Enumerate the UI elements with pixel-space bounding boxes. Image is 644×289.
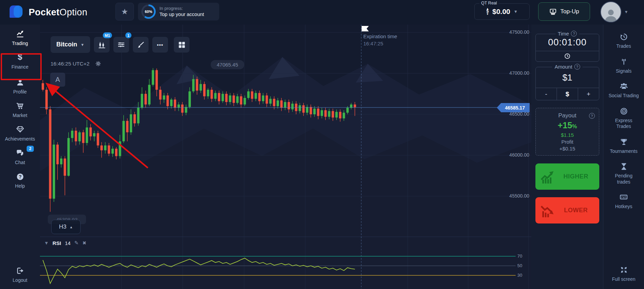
higher-label: HIGHER (557, 173, 594, 180)
amount-currency-button[interactable]: $ (557, 88, 578, 100)
amount-label: Amount (555, 64, 572, 70)
price-chart (40, 25, 531, 289)
indicators-button[interactable]: 1 (113, 37, 129, 53)
time-value[interactable]: 00:01:00 (536, 34, 599, 51)
target-icon (620, 107, 628, 115)
rsi-period: 14 (65, 240, 71, 246)
chart-toolbar: Bitcoin ▼ M1 1 ••• (51, 36, 190, 53)
amount-value[interactable]: $1 (536, 67, 599, 88)
sidebar-item-express-trades[interactable]: ExpressTrades (604, 107, 644, 130)
payout-percent: +15% (558, 120, 577, 130)
sidebar-item-trading[interactable]: Trading (0, 29, 40, 46)
balance-arrows-icon: ▲$▼ (486, 8, 489, 15)
clock-icon (564, 53, 571, 59)
gear-icon[interactable] (95, 60, 101, 67)
asset-selector[interactable]: Bitcoin ▼ (51, 36, 90, 53)
sidebar-item-achievements[interactable]: Achievements (0, 125, 40, 142)
keyboard-icon (619, 193, 628, 201)
trend-down-icon (540, 203, 557, 218)
timeframe-button[interactable]: H3 ▲ (51, 220, 81, 234)
rsi-name: RSI (53, 240, 61, 246)
pocketoption-logo-icon (10, 5, 25, 20)
antenna-icon (620, 58, 628, 66)
drawing-tools-button[interactable] (133, 37, 149, 53)
question-icon[interactable]: ? (571, 31, 577, 37)
grid-icon (178, 41, 186, 49)
sidebar-item-label: Market (13, 113, 27, 118)
sliders-icon (117, 41, 125, 49)
avatar-chevron-down-icon[interactable]: ▼ (624, 10, 628, 14)
payout-info-box: Payout ? +15% $1.15 Profit +$0.15 (535, 108, 599, 156)
sidebar-item-label: Chat (15, 160, 25, 165)
collapse-chevron-icon[interactable]: ▼ (44, 240, 49, 246)
server-clock-row: 16:46:25 UTC+2 (51, 60, 101, 67)
sidebar-item-label: Trading (12, 41, 28, 46)
price-axis-label: 45500.00 (499, 193, 529, 199)
sidebar-item-signals[interactable]: Signals (604, 58, 644, 74)
timeframe-badge: M1 (103, 32, 112, 38)
ellipsis-icon: ••• (157, 42, 164, 48)
price-axis-label: 47500.00 (499, 29, 529, 35)
edit-pencil-icon[interactable]: ✎ (74, 240, 79, 246)
rs-item-label: Trades (616, 43, 631, 49)
mountain-background (40, 57, 531, 289)
sidebar-item-trades[interactable]: Trades (604, 33, 644, 49)
time-mode-toggle[interactable] (536, 51, 599, 61)
rs-item-label: ExpressTrades (615, 118, 632, 130)
drawing-letter: A (55, 76, 60, 84)
annotation-highlight-box (1, 53, 42, 80)
question-icon[interactable]: ? (589, 113, 595, 119)
payout-label: Payout (558, 112, 576, 119)
sidebar-item-social-trading[interactable]: Social Trading (604, 82, 644, 99)
sidebar-item-logout[interactable]: Logout (0, 266, 40, 283)
asset-name: Bitcoin (56, 41, 77, 48)
rsi-level-label: 30 (517, 273, 530, 278)
onboarding-progress-widget[interactable]: 60% In progress: Top up your account (138, 3, 219, 20)
chart-type-button[interactable]: M1 (94, 37, 110, 53)
amount-increase-button[interactable]: + (578, 88, 599, 100)
close-icon[interactable]: ✖ (82, 240, 86, 246)
hourglass-icon (620, 162, 628, 171)
logout-icon (16, 266, 24, 275)
history-icon (620, 33, 628, 41)
chevron-down-icon: ▼ (81, 43, 84, 47)
sidebar-item-pending-trades[interactable]: Pendingtrades (604, 162, 644, 185)
chart-canvas[interactable]: Bitcoin ▼ M1 1 ••• 16:46:25 UTC+2 A 4706… (40, 25, 531, 289)
higher-button[interactable]: HIGHER (535, 163, 599, 190)
rs-item-label: Hotkeys (615, 204, 632, 210)
help-icon (16, 172, 24, 181)
progress-status: In progress: (159, 6, 204, 11)
sidebar-item-label: Help (15, 183, 25, 189)
layout-grid-button[interactable] (174, 37, 190, 53)
sidebar-item-tournaments[interactable]: Tournaments (604, 138, 644, 155)
question-icon[interactable]: ? (574, 64, 580, 70)
progress-percent: 60% (145, 10, 152, 14)
session-high-label: 47065.45 (211, 60, 244, 69)
diamond-icon (16, 125, 25, 134)
drawing-annotation-label[interactable]: A (50, 73, 65, 87)
favorites-button[interactable]: ★ (115, 3, 134, 20)
sidebar-item-label: Logout (13, 277, 27, 283)
sidebar-item-market[interactable]: Market (0, 101, 40, 118)
brand-logo[interactable]: PocketOption (10, 5, 87, 20)
sidebar-item-help[interactable]: Help (0, 172, 40, 189)
topup-label: Top-Up (560, 8, 579, 15)
sidebar-item-fullscreen[interactable]: Full screen (604, 266, 644, 283)
trophy-icon (620, 138, 628, 146)
people-icon (619, 82, 628, 90)
wallet-icon (549, 8, 557, 16)
trading-chart-icon (16, 29, 25, 38)
topup-button[interactable]: Top-Up (538, 2, 590, 21)
sidebar-item-hotkeys[interactable]: Hotkeys (604, 193, 644, 210)
amount-decrease-button[interactable]: - (536, 88, 557, 100)
amount-control[interactable]: Amount? $1 - $ + (535, 67, 599, 100)
lower-button[interactable]: LOWER (535, 197, 599, 223)
rs-item-label: Tournaments (610, 148, 638, 155)
rs-item-label: Full screen (612, 276, 635, 283)
expiry-time-control[interactable]: Time? 00:01:00 (535, 34, 599, 62)
user-avatar[interactable] (600, 1, 621, 23)
more-options-button[interactable]: ••• (152, 37, 168, 53)
account-balance-selector[interactable]: QT Real ▲$▼ $0.00 ▼ (474, 3, 530, 20)
sidebar-item-profile[interactable]: Profile (0, 78, 40, 95)
sidebar-item-chat[interactable]: 2 Chat (0, 148, 40, 165)
